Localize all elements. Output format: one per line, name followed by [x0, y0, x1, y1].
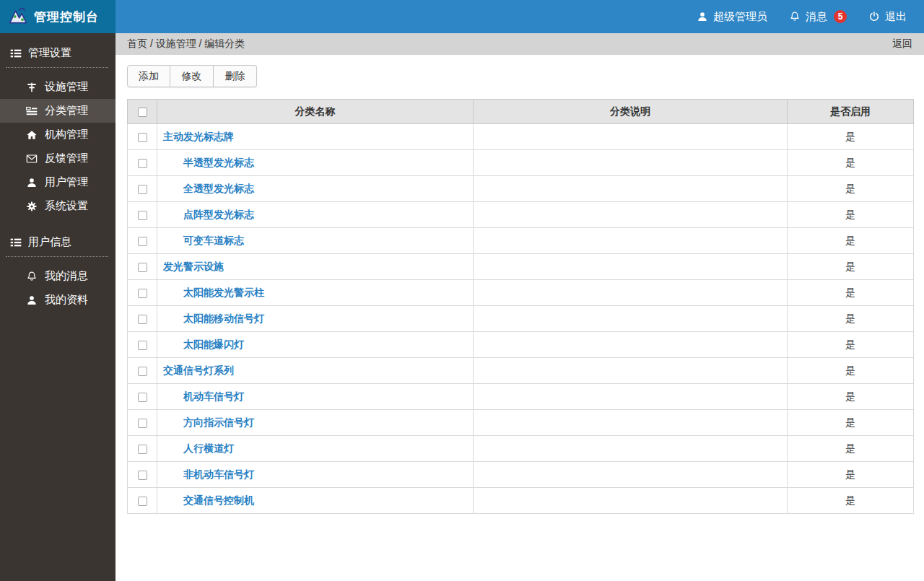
- sidebar-item-category-mgmt[interactable]: 分类管理: [0, 99, 116, 123]
- sidebar-item-label: 反馈管理: [45, 152, 88, 165]
- sidebar-item-feedback-mgmt[interactable]: 反馈管理: [0, 147, 116, 170]
- category-name-cell: 非机动车信号灯: [157, 462, 474, 488]
- row-checkbox[interactable]: [138, 315, 147, 324]
- row-checkbox-cell: [128, 150, 157, 176]
- table-row: 太阳能移动信号灯 是: [128, 306, 914, 332]
- row-checkbox[interactable]: [138, 237, 147, 246]
- category-desc-cell: [474, 332, 788, 358]
- enabled-cell: 是: [788, 150, 914, 176]
- category-name-cell: 机动车信号灯: [157, 384, 474, 410]
- messages-label: 消息: [806, 10, 827, 24]
- row-checkbox[interactable]: [138, 289, 147, 298]
- topbar-right: 超级管理员 消息 5 退出: [697, 10, 924, 24]
- category-name-cell: 交通信号灯系列: [157, 358, 474, 384]
- back-button[interactable]: 返回: [892, 38, 912, 51]
- category-link[interactable]: 方向指示信号灯: [183, 416, 254, 428]
- sidebar-item-facility-mgmt[interactable]: 设施管理: [0, 75, 116, 99]
- row-checkbox-cell: [128, 202, 157, 228]
- table-row: 交通信号控制机 是: [128, 488, 914, 514]
- sidebar-item-label: 用户管理: [45, 175, 88, 189]
- table-row: 人行横道灯 是: [128, 436, 914, 462]
- category-link[interactable]: 全透型发光标志: [183, 183, 254, 194]
- current-user[interactable]: 超级管理员: [697, 10, 767, 24]
- row-checkbox[interactable]: [138, 341, 147, 350]
- row-checkbox[interactable]: [138, 133, 147, 142]
- sidebar: 管理设置 设施管理 分类管理: [0, 33, 116, 581]
- category-link[interactable]: 非机动车信号灯: [183, 468, 254, 480]
- row-checkbox-cell: [128, 124, 157, 150]
- gear-icon: [26, 201, 38, 212]
- edit-button[interactable]: 修改: [170, 65, 214, 87]
- category-link[interactable]: 交通信号灯系列: [163, 364, 234, 376]
- row-checkbox[interactable]: [138, 211, 147, 220]
- user-icon: [26, 294, 38, 306]
- sidebar-header-admin: 管理设置: [0, 46, 116, 67]
- current-user-label: 超级管理员: [713, 10, 767, 24]
- delete-button[interactable]: 删除: [214, 65, 257, 87]
- row-checkbox[interactable]: [138, 445, 147, 454]
- sidebar-item-system-settings[interactable]: 系统设置: [0, 194, 116, 218]
- logout-button[interactable]: 退出: [868, 10, 907, 24]
- table-row: 太阳能发光警示柱 是: [128, 280, 914, 306]
- category-desc-cell: [474, 202, 788, 228]
- column-header-desc: 分类说明: [474, 100, 788, 124]
- list-icon: [10, 237, 22, 248]
- sidebar-item-label: 我的资料: [45, 293, 88, 307]
- sidebar-header-user-info: 用户信息: [0, 235, 116, 256]
- sidebar-item-user-mgmt[interactable]: 用户管理: [0, 170, 116, 194]
- category-link[interactable]: 太阳能移动信号灯: [183, 313, 264, 324]
- category-desc-cell: [474, 150, 788, 176]
- sidebar-item-my-profile[interactable]: 我的资料: [0, 288, 116, 312]
- category-link[interactable]: 交通信号控制机: [183, 494, 254, 506]
- enabled-cell: 是: [788, 332, 914, 358]
- category-link[interactable]: 太阳能发光警示柱: [183, 287, 264, 298]
- add-button[interactable]: 添加: [127, 65, 170, 87]
- category-name-cell: 全透型发光标志: [157, 176, 474, 202]
- sidebar-header-label: 管理设置: [28, 46, 71, 60]
- messages-button[interactable]: 消息 5: [789, 10, 847, 24]
- row-checkbox[interactable]: [138, 185, 147, 194]
- category-link[interactable]: 主动发光标志牌: [163, 131, 234, 142]
- category-link[interactable]: 太阳能爆闪灯: [183, 338, 244, 350]
- category-link[interactable]: 可变车道标志: [183, 235, 244, 246]
- app-logo-icon: [7, 7, 29, 26]
- toolbar: 添加 修改 删除: [127, 65, 257, 87]
- category-name-cell: 交通信号控制机: [157, 488, 474, 514]
- sidebar-item-org-mgmt[interactable]: 机构管理: [0, 123, 116, 147]
- signpost-icon: [26, 82, 38, 93]
- table-row: 太阳能爆闪灯 是: [128, 332, 914, 358]
- row-checkbox-cell: [128, 306, 157, 332]
- category-link[interactable]: 发光警示设施: [163, 261, 224, 272]
- enabled-cell: 是: [788, 228, 914, 254]
- row-checkbox[interactable]: [138, 419, 147, 428]
- table-row: 机动车信号灯 是: [128, 384, 914, 410]
- category-desc-cell: [474, 306, 788, 332]
- row-checkbox[interactable]: [138, 471, 147, 480]
- row-checkbox-cell: [128, 384, 157, 410]
- category-link[interactable]: 人行横道灯: [183, 442, 234, 454]
- category-name-cell: 主动发光标志牌: [157, 124, 474, 150]
- row-checkbox-cell: [128, 176, 157, 202]
- row-checkbox[interactable]: [138, 497, 147, 506]
- table-row: 方向指示信号灯 是: [128, 410, 914, 436]
- enabled-cell: 是: [788, 202, 914, 228]
- row-checkbox[interactable]: [138, 263, 147, 272]
- select-all-checkbox[interactable]: [138, 108, 147, 117]
- row-checkbox-cell: [128, 358, 157, 384]
- row-checkbox[interactable]: [138, 367, 147, 376]
- category-desc-cell: [474, 436, 788, 462]
- enabled-cell: 是: [788, 358, 914, 384]
- category-link[interactable]: 半透型发光标志: [183, 157, 254, 168]
- row-checkbox[interactable]: [138, 393, 147, 402]
- sidebar-item-my-messages[interactable]: 我的消息: [0, 264, 116, 288]
- table-row: 全透型发光标志 是: [128, 176, 914, 202]
- category-link[interactable]: 点阵型发光标志: [183, 209, 254, 220]
- category-name-cell: 方向指示信号灯: [157, 410, 474, 436]
- sidebar-item-label: 机构管理: [45, 128, 88, 141]
- category-link[interactable]: 机动车信号灯: [183, 390, 244, 402]
- category-name-cell: 点阵型发光标志: [157, 202, 474, 228]
- category-name-cell: 半透型发光标志: [157, 150, 474, 176]
- sidebar-item-label: 我的消息: [45, 269, 88, 283]
- row-checkbox[interactable]: [138, 159, 147, 168]
- power-icon: [868, 11, 880, 22]
